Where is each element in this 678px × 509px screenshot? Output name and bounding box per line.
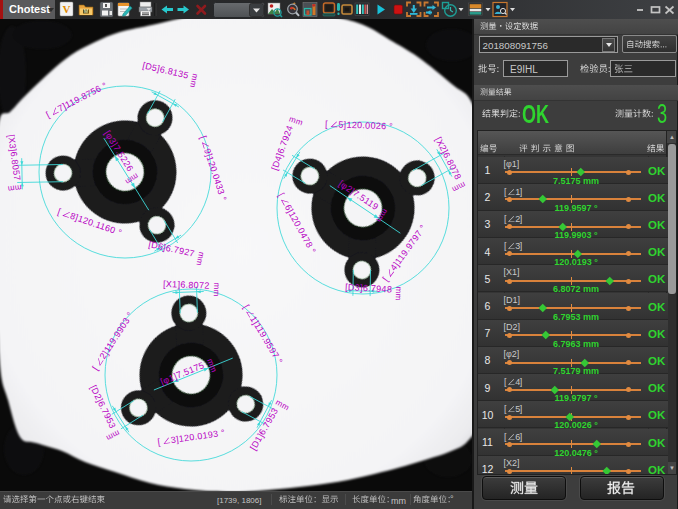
svg-text:[: [ bbox=[504, 241, 507, 251]
svg-text:]: ] bbox=[519, 432, 522, 442]
svg-text:[: [ bbox=[325, 119, 328, 129]
svg-text:]: ] bbox=[519, 214, 522, 224]
svg-text:]: ] bbox=[519, 404, 522, 414]
svg-text:mm: mm bbox=[212, 282, 221, 296]
svg-text:5]120.0026 °: 5]120.0026 ° bbox=[338, 119, 393, 131]
svg-text:[X1]6.8072: [X1]6.8072 bbox=[163, 279, 210, 291]
svg-text:[: [ bbox=[504, 377, 507, 387]
svg-text:[: [ bbox=[504, 187, 507, 197]
svg-text:[: [ bbox=[504, 404, 507, 414]
svg-text:]: ] bbox=[519, 241, 522, 251]
svg-text:]: ] bbox=[519, 187, 522, 197]
svg-text:[: [ bbox=[504, 214, 507, 224]
svg-text:mm: mm bbox=[394, 286, 404, 301]
svg-text:M: M bbox=[84, 8, 88, 14]
svg-text:]: ] bbox=[519, 377, 522, 387]
svg-text:V: V bbox=[63, 3, 71, 15]
svg-text:[: [ bbox=[504, 432, 507, 442]
